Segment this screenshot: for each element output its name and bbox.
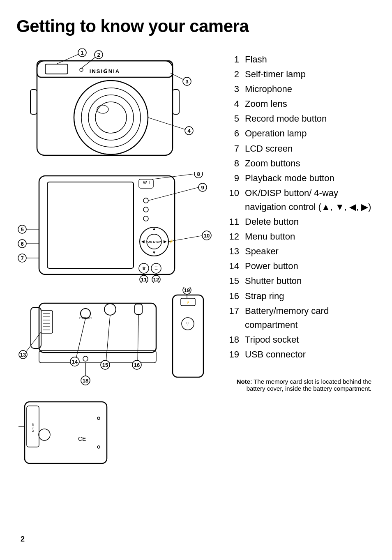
legend-number: 16	[226, 289, 239, 303]
legend-number: 7	[226, 142, 239, 156]
svg-line-93	[106, 315, 110, 362]
svg-rect-25	[47, 182, 134, 268]
legend-number: 19	[226, 348, 239, 362]
svg-text:5: 5	[21, 226, 23, 233]
svg-point-31	[143, 216, 148, 221]
legend-number: 6	[226, 127, 239, 141]
legend-item: 10OK/DISP button/ 4-way navigation contr…	[226, 186, 371, 214]
page-title: Getting to know your camera	[16, 16, 371, 36]
svg-rect-106	[25, 402, 107, 463]
svg-rect-11	[173, 90, 179, 114]
legend-label: Menu button	[245, 230, 295, 244]
svg-point-109	[39, 429, 50, 440]
legend-label: Microphone	[245, 82, 292, 96]
svg-text:3: 3	[185, 78, 188, 85]
note-bold: Note	[237, 378, 250, 385]
svg-point-5	[74, 81, 148, 154]
svg-text:OPEN: OPEN	[31, 423, 35, 432]
svg-text:INSIG̈NIA: INSIG̈NIA	[90, 68, 120, 74]
svg-text:▶: ▶	[164, 239, 167, 244]
legend-label: Zoom buttons	[245, 157, 300, 171]
legend-item: 17Battery/memory card compartment	[226, 304, 371, 332]
svg-text:16: 16	[134, 362, 140, 368]
svg-point-8	[95, 102, 127, 133]
legend-item: 19USB connector	[226, 348, 371, 362]
legend-label: Speaker	[245, 244, 279, 258]
legend-label: Zoom lens	[245, 97, 287, 111]
legend-item: 15Shutter button	[226, 274, 371, 288]
svg-point-111	[97, 417, 100, 419]
svg-text:W: W	[143, 180, 147, 185]
svg-line-59	[168, 235, 203, 242]
legend-item: 13Speaker	[226, 244, 371, 258]
legend-label: Operation lamp	[245, 127, 307, 141]
svg-text:1: 1	[81, 50, 83, 56]
svg-line-96	[138, 314, 138, 362]
svg-text:6: 6	[21, 241, 23, 247]
svg-text:⚡: ⚡	[186, 300, 190, 304]
legend-number: 15	[226, 274, 239, 288]
legend-item: 12Menu button	[226, 230, 371, 244]
svg-text:18: 18	[83, 378, 88, 384]
legend-number: 10	[226, 186, 239, 214]
legend-item: 9Playback mode button	[226, 171, 371, 185]
legend-label: USB connector	[245, 348, 306, 362]
legend-number: 17	[226, 304, 239, 332]
svg-text:⑂: ⑂	[186, 320, 189, 327]
svg-text:10: 10	[204, 233, 210, 239]
svg-text:◀: ◀	[141, 239, 145, 244]
legend-label: Delete button	[245, 215, 299, 229]
svg-point-102	[83, 356, 88, 361]
legend-item: 5Record mode button	[226, 112, 371, 126]
svg-text:CE: CE	[78, 436, 86, 442]
svg-text:▲: ▲	[152, 226, 156, 231]
svg-line-53	[153, 174, 195, 179]
svg-point-4	[80, 68, 83, 71]
legend-item: 8Zoom buttons	[226, 157, 371, 171]
legend-item: 11Delete button	[226, 215, 371, 229]
legend-number: 13	[226, 244, 239, 258]
svg-point-29	[143, 198, 148, 203]
svg-text:☰: ☰	[154, 266, 158, 270]
legend-item: 4Zoom lens	[226, 97, 371, 111]
svg-text:8: 8	[197, 172, 200, 177]
legend-label: OK/DISP button/ 4-way navigation control…	[245, 186, 371, 214]
svg-text:▼: ▼	[152, 250, 156, 255]
svg-text:19: 19	[184, 287, 190, 293]
svg-rect-68	[39, 303, 156, 353]
legend-item: 6Operation lamp	[226, 127, 371, 141]
legend-item: 16Strap ring	[226, 289, 371, 303]
svg-text:15: 15	[102, 362, 108, 368]
legend-number: 9	[226, 171, 239, 185]
legend-list: 1Flash2Self-timer lamp3Microphone4Zoom l…	[226, 53, 371, 362]
note-text: : The memory card slot is located behind…	[247, 378, 371, 392]
legend-number: 5	[226, 112, 239, 126]
svg-text:13: 13	[20, 352, 26, 358]
legend-label: Playback mode button	[245, 171, 334, 185]
page-number: 2	[21, 535, 25, 544]
svg-text:14: 14	[72, 359, 78, 365]
legend-number: 2	[226, 67, 239, 81]
svg-text:9: 9	[201, 184, 204, 191]
svg-point-30	[143, 207, 148, 212]
svg-text:11: 11	[141, 277, 147, 283]
svg-text:T: T	[148, 180, 150, 185]
svg-line-56	[148, 187, 198, 200]
camera-bottom-diagram: OPEN CE	[16, 394, 148, 476]
legend-label: Flash	[245, 53, 267, 67]
legend-label: Power button	[245, 259, 298, 273]
svg-rect-24	[39, 176, 175, 274]
legend-number: 14	[226, 259, 239, 273]
legend-number: 11	[226, 215, 239, 229]
legend-item: 14Power button	[226, 259, 371, 273]
legend-label: LCD screen	[245, 142, 293, 156]
legend-label: Shutter button	[245, 274, 302, 288]
svg-point-9	[97, 105, 108, 113]
svg-rect-10	[30, 90, 37, 114]
legend-number: 18	[226, 333, 239, 347]
legend-number: 4	[226, 97, 239, 111]
diagrams-column: INSIG̈NIA 1 2 3	[16, 48, 218, 476]
legend-label: Battery/memory card compartment	[245, 304, 371, 332]
svg-rect-2	[45, 64, 68, 74]
legend-item: 3Microphone	[226, 82, 371, 96]
